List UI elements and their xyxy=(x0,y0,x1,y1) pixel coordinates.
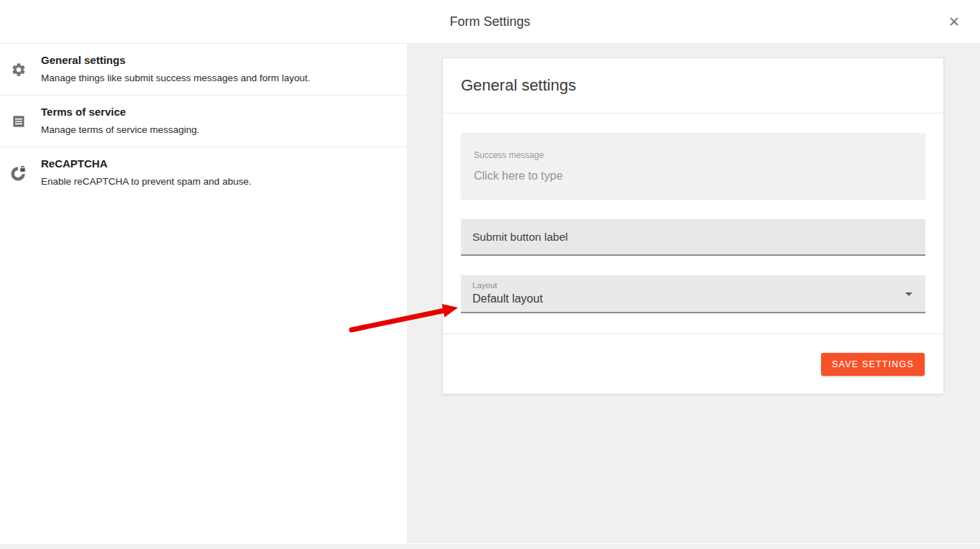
sidebar-item-description: Enable reCAPTCHA to prevent spam and abu… xyxy=(41,176,393,187)
submit-button-label-input[interactable] xyxy=(461,219,925,256)
gear-icon xyxy=(11,62,27,78)
recaptcha-lock-icon xyxy=(11,165,27,181)
settings-content-panel: General settings Success message Click h… xyxy=(407,44,980,543)
settings-sidebar: General settings Manage things like subm… xyxy=(0,44,407,543)
card-actions: SAVE SETTINGS xyxy=(443,333,943,394)
layout-dropdown-label: Layout xyxy=(472,281,914,290)
sidebar-item-recaptcha[interactable]: ReCAPTCHA Enable reCAPTCHA to prevent sp… xyxy=(0,147,407,199)
sidebar-item-general-settings[interactable]: General settings Manage things like subm… xyxy=(0,44,407,96)
save-settings-button[interactable]: SAVE SETTINGS xyxy=(821,353,925,376)
general-settings-card: General settings Success message Click h… xyxy=(442,57,944,395)
sidebar-item-terms-of-service[interactable]: Terms of service Manage terms of service… xyxy=(0,96,407,147)
sidebar-item-title: Terms of service xyxy=(41,106,393,118)
modal-header: Form Settings ✕ xyxy=(0,0,980,44)
close-button[interactable]: ✕ xyxy=(944,12,964,32)
receipt-icon xyxy=(11,114,27,129)
modal-body: General settings Manage things like subm… xyxy=(0,44,980,543)
sidebar-item-description: Manage things like submit success messag… xyxy=(41,73,393,83)
close-icon: ✕ xyxy=(948,14,960,29)
success-message-placeholder: Click here to type xyxy=(474,170,912,183)
sidebar-item-description: Manage terms of service messaging. xyxy=(41,124,393,135)
sidebar-item-title: General settings xyxy=(41,54,393,66)
sidebar-item-title: ReCAPTCHA xyxy=(41,157,393,170)
success-message-field[interactable]: Success message Click here to type xyxy=(461,133,925,200)
card-title: General settings xyxy=(461,76,576,95)
layout-dropdown-value: Default layout xyxy=(472,292,543,305)
card-header: General settings xyxy=(443,58,943,114)
chevron-down-icon xyxy=(905,292,912,296)
modal-title: Form Settings xyxy=(0,0,980,44)
success-message-label: Success message xyxy=(474,150,912,160)
card-fields: Success message Click here to type Layou… xyxy=(443,114,943,333)
form-settings-modal: Form Settings ✕ General settings Manage … xyxy=(0,0,980,544)
layout-dropdown[interactable]: Layout Default layout xyxy=(461,275,925,313)
